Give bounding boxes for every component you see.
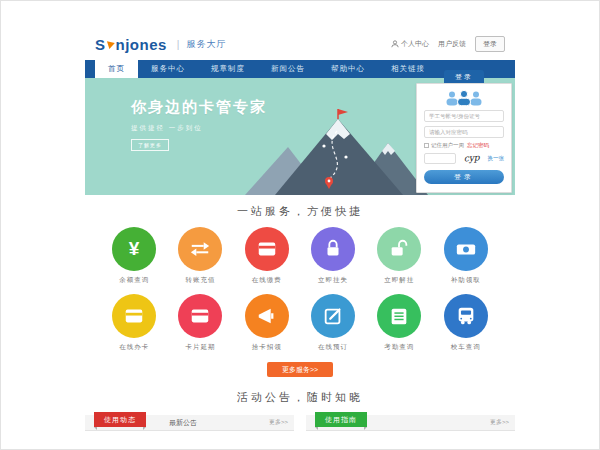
hero-subtitle: 提供捷径 一步到位 — [131, 124, 267, 133]
service-circle[interactable] — [444, 227, 488, 271]
hero-text: 你身边的卡管专家 提供捷径 一步到位 了解更多 — [131, 98, 267, 151]
captcha-refresh-link[interactable]: 换一张 — [488, 155, 505, 162]
personal-center-link[interactable]: 个人中心 — [391, 39, 429, 49]
panel-header: 使用指南 更多>> — [306, 415, 515, 431]
service-label: 拾卡招领 — [234, 343, 300, 352]
service-circle[interactable] — [377, 294, 421, 338]
service-label: 在线办卡 — [101, 343, 167, 352]
forgot-password-link[interactable]: 忘记密码 — [467, 142, 489, 149]
service-item-transfer: 转账充值 — [167, 227, 233, 285]
panel-header: 使用动态 最新公告 更多>> — [85, 415, 294, 431]
service-item-online-pay: 在线缴费 — [234, 227, 300, 285]
captcha-row: cyp 换一张 — [424, 153, 504, 164]
service-circle[interactable]: ¥ — [112, 227, 156, 271]
service-circle[interactable] — [178, 227, 222, 271]
ribbon-usage-news[interactable]: 使用动态 — [94, 412, 146, 427]
login-submit-button[interactable]: 登录 — [424, 170, 504, 184]
service-item-apply-card: 在线办卡 — [101, 294, 167, 352]
remember-row: 记住用户一周 忘记密码 — [424, 142, 504, 149]
nav-item-service-center[interactable]: 服务中心 — [138, 60, 198, 78]
remember-label: 记住用户一周 — [431, 142, 464, 149]
panel-usage-news: 使用动态 最新公告 更多>> — [85, 415, 294, 431]
services-section: 一站服务，方便快捷 ¥ 余额查询 转账充值 — [85, 195, 515, 377]
nav-item-help-center[interactable]: 帮助中心 — [318, 60, 378, 78]
lock-closed-icon — [322, 238, 344, 260]
more-link[interactable]: 更多>> — [269, 418, 288, 427]
more-link[interactable]: 更多>> — [490, 418, 509, 427]
hero-banner: 你身边的卡管专家 提供捷径 一步到位 了解更多 登录 — [85, 78, 515, 195]
logo-text: njones — [116, 36, 167, 53]
tab-latest-announcements[interactable]: 最新公告 — [169, 418, 197, 428]
service-circle[interactable] — [245, 227, 289, 271]
announcements-title: 活动公告，随时知晓 — [85, 390, 515, 405]
service-label: 余额查询 — [101, 276, 167, 285]
service-label: 立即解挂 — [366, 276, 432, 285]
announcement-panels: 使用动态 最新公告 更多>> 使用指南 更多>> — [85, 415, 515, 431]
service-item-lost-found: 拾卡招领 — [234, 294, 300, 352]
remember-checkbox[interactable] — [424, 143, 429, 148]
service-item-online-booking: 在线预订 — [300, 294, 366, 352]
bank-card-icon — [123, 305, 145, 327]
nav-item-home[interactable]: 首页 — [95, 60, 138, 78]
more-services-button[interactable]: 更多服务>> — [267, 362, 333, 377]
captcha-input[interactable] — [424, 153, 456, 164]
header-links: 个人中心 用户反馈 登录 — [391, 36, 505, 52]
service-item-unfreeze: 立即解挂 — [366, 227, 432, 285]
page: S njones | 服务大厅 个人中心 用户反馈 登录 首页 服务中心 规章制… — [85, 28, 515, 431]
services-title: 一站服务，方便快捷 — [85, 204, 515, 219]
service-label: 考勤查询 — [366, 343, 432, 352]
logo[interactable]: S njones | 服务大厅 — [95, 36, 226, 53]
hero-cta-button[interactable]: 了解更多 — [131, 139, 169, 151]
login-panel: 登录 记住用户一周 忘记密码 cyp 换一张 — [416, 65, 512, 193]
hero-title: 你身边的卡管专家 — [131, 98, 267, 117]
yen-icon: ¥ — [129, 238, 140, 260]
users-avatars-icon — [443, 90, 485, 106]
service-circle[interactable] — [112, 294, 156, 338]
service-label: 卡片延期 — [167, 343, 233, 352]
list-icon — [388, 305, 410, 327]
services-grid: ¥ 余额查询 转账充值 在线缴费 — [85, 227, 515, 361]
ribbon-user-guide[interactable]: 使用指南 — [315, 412, 367, 427]
banknote-icon — [455, 238, 477, 260]
service-label: 补助领取 — [432, 276, 498, 285]
service-circle[interactable] — [245, 294, 289, 338]
bank-card-icon — [189, 305, 211, 327]
service-circle[interactable] — [311, 227, 355, 271]
bus-icon — [455, 305, 477, 327]
panel-user-guide: 使用指南 更多>> — [306, 415, 515, 431]
service-circle[interactable] — [377, 227, 421, 271]
logo-divider: | — [177, 39, 180, 50]
service-item-school-bus: 校车查询 — [432, 294, 498, 352]
captcha-image[interactable]: cyp — [459, 152, 485, 165]
personal-center-label: 个人中心 — [401, 39, 429, 49]
service-circle[interactable] — [311, 294, 355, 338]
megaphone-icon — [256, 305, 278, 327]
login-tab[interactable]: 登录 — [444, 70, 484, 83]
password-input[interactable] — [424, 126, 504, 138]
nav-item-news[interactable]: 新闻公告 — [258, 60, 318, 78]
username-input[interactable] — [424, 110, 504, 122]
service-item-card-extension: 卡片延期 — [167, 294, 233, 352]
service-label: 立即挂失 — [300, 276, 366, 285]
header-login-button[interactable]: 登录 — [475, 36, 505, 52]
service-item-balance: ¥ 余额查询 — [101, 227, 167, 285]
service-label: 转账充值 — [167, 276, 233, 285]
nav-item-rules[interactable]: 规章制度 — [198, 60, 258, 78]
service-label: 在线缴费 — [234, 276, 300, 285]
service-item-report-loss: 立即挂失 — [300, 227, 366, 285]
logo-text: S — [95, 36, 106, 53]
service-item-subsidy: 补助领取 — [432, 227, 498, 285]
bank-card-icon — [256, 238, 278, 260]
edit-icon — [322, 305, 344, 327]
logo-arrow-icon — [106, 39, 115, 49]
transfer-arrows-icon — [189, 238, 211, 260]
site-name: 服务大厅 — [186, 38, 226, 51]
user-feedback-link[interactable]: 用户反馈 — [438, 39, 466, 49]
login-form: 记住用户一周 忘记密码 cyp 换一张 登录 — [416, 83, 512, 193]
person-icon — [391, 40, 399, 48]
service-circle[interactable] — [178, 294, 222, 338]
service-label: 在线预订 — [300, 343, 366, 352]
top-bar: S njones | 服务大厅 个人中心 用户反馈 登录 — [85, 28, 515, 60]
service-circle[interactable] — [444, 294, 488, 338]
service-item-attendance: 考勤查询 — [366, 294, 432, 352]
